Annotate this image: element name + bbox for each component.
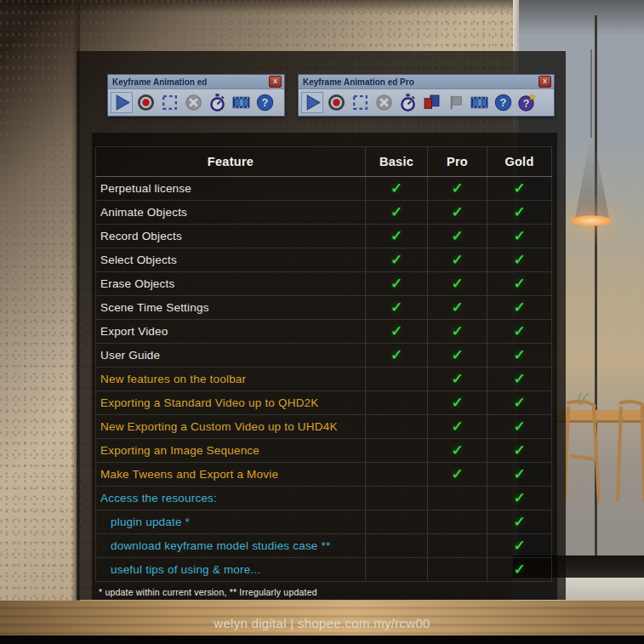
pro-cell: ✓ bbox=[428, 248, 487, 271]
select-region-icon[interactable] bbox=[349, 92, 371, 113]
pro-cell: ✓ bbox=[428, 415, 487, 438]
gold-cell: ✓ bbox=[487, 296, 552, 319]
help-icon[interactable]: ? bbox=[254, 92, 276, 113]
title-bar[interactable]: Keyframe Animation ed Pro x bbox=[299, 75, 554, 89]
basic-cell bbox=[366, 391, 428, 414]
check-icon: ✓ bbox=[390, 205, 402, 219]
table-row: Select Objects✓✓✓ bbox=[95, 248, 552, 272]
basic-cell bbox=[366, 558, 428, 581]
film-icon[interactable] bbox=[468, 92, 490, 113]
pro-cell: ✓ bbox=[428, 463, 487, 486]
check-icon: ✓ bbox=[513, 276, 525, 291]
check-icon: ✓ bbox=[390, 348, 402, 362]
record-icon[interactable] bbox=[325, 92, 347, 113]
gold-cell: ✓ bbox=[487, 225, 552, 248]
check-icon: ✓ bbox=[513, 372, 525, 386]
check-icon: ✓ bbox=[451, 348, 463, 362]
gold-cell: ✓ bbox=[487, 463, 552, 486]
pro-cell: ✓ bbox=[428, 272, 487, 295]
window-title: Keyframe Animation ed bbox=[112, 77, 207, 87]
record-icon[interactable] bbox=[134, 92, 157, 113]
basic-cell bbox=[366, 415, 428, 438]
check-icon: ✓ bbox=[451, 300, 463, 315]
check-icon: ✓ bbox=[451, 372, 463, 386]
check-icon: ✓ bbox=[390, 276, 402, 291]
help-plus-icon[interactable]: ? bbox=[516, 92, 538, 113]
check-icon: ✓ bbox=[513, 419, 525, 434]
check-icon: ✓ bbox=[513, 300, 525, 315]
check-icon: ✓ bbox=[451, 229, 463, 243]
flag-icon[interactable] bbox=[444, 92, 466, 113]
check-icon: ✓ bbox=[513, 443, 525, 458]
check-icon: ✓ bbox=[451, 324, 463, 339]
basic-cell bbox=[366, 510, 428, 533]
check-icon: ✓ bbox=[513, 515, 525, 529]
play-icon[interactable] bbox=[111, 92, 133, 113]
title-bar[interactable]: Keyframe Animation ed x bbox=[108, 75, 284, 89]
table-row: Make Tweens and Export a Movie✓✓ bbox=[95, 463, 552, 487]
table-row: New features on the toolbar✓✓ bbox=[95, 368, 552, 391]
basic-cell: ✓ bbox=[366, 225, 428, 248]
bottom-black-bar bbox=[0, 635, 644, 644]
window-title: Keyframe Animation ed Pro bbox=[303, 77, 414, 87]
pro-cell: ✓ bbox=[428, 201, 487, 224]
check-icon: ✓ bbox=[513, 229, 525, 243]
gold-cell: ✓ bbox=[487, 510, 552, 533]
tween-flags-icon[interactable] bbox=[420, 92, 442, 113]
dark-overlay-panel: Keyframe Animation ed x ? Keyframe Anima… bbox=[77, 51, 566, 600]
pro-cell: ✓ bbox=[428, 296, 487, 319]
close-button[interactable]: x bbox=[269, 76, 282, 88]
table-row: Exporting a Standard Video up to QHD2K✓✓ bbox=[95, 391, 552, 415]
timer-icon[interactable] bbox=[206, 92, 228, 113]
check-icon: ✓ bbox=[451, 467, 463, 482]
pro-cell: ✓ bbox=[428, 391, 487, 414]
gold-cell: ✓ bbox=[487, 344, 552, 367]
feature-label: plugin update * bbox=[95, 510, 366, 533]
select-region-icon[interactable] bbox=[158, 92, 180, 113]
feature-label: download keyframe model studies case ** bbox=[95, 534, 366, 557]
film-icon[interactable] bbox=[230, 92, 252, 113]
table-row: Perpetual license✓✓✓ bbox=[95, 177, 552, 201]
seller-caption: welyn digital | shopee.com.my/rcw00 bbox=[0, 616, 644, 630]
svg-text:?: ? bbox=[261, 96, 268, 109]
pro-cell: ✓ bbox=[428, 225, 487, 248]
table-row: Scene Time Settings✓✓✓ bbox=[95, 296, 552, 320]
feature-label: Exporting a Standard Video up to QHD2K bbox=[95, 391, 366, 414]
table-row: Animate Objects✓✓✓ bbox=[95, 201, 552, 225]
header-feature: Feature bbox=[95, 147, 366, 176]
basic-cell: ✓ bbox=[366, 344, 428, 367]
timer-icon[interactable] bbox=[396, 92, 419, 113]
cancel-icon[interactable] bbox=[182, 92, 204, 113]
feature-comparison-table: Feature Basic Pro Gold Perpetual license… bbox=[95, 146, 552, 597]
cancel-icon[interactable] bbox=[373, 92, 395, 113]
help-icon[interactable]: ? bbox=[492, 92, 514, 113]
pro-cell: ✓ bbox=[428, 177, 487, 200]
gold-cell: ✓ bbox=[487, 415, 552, 438]
feature-label: Access the resources: bbox=[95, 487, 366, 510]
gold-cell: ✓ bbox=[487, 534, 552, 557]
table-row: download keyframe model studies case **✓ bbox=[95, 534, 552, 558]
gold-cell: ✓ bbox=[487, 272, 552, 295]
check-icon: ✓ bbox=[451, 276, 463, 291]
table-header-row: Feature Basic Pro Gold bbox=[95, 146, 552, 177]
table-row: Exporting an Image Sequence✓✓ bbox=[95, 439, 552, 463]
table-row: Access the resources:✓ bbox=[95, 487, 552, 510]
feature-label: useful tips of using & more... bbox=[95, 558, 366, 581]
basic-cell bbox=[366, 439, 428, 462]
check-icon: ✓ bbox=[451, 443, 463, 458]
play-icon[interactable] bbox=[301, 92, 323, 113]
pendant-lamp-glow bbox=[571, 215, 612, 226]
check-icon: ✓ bbox=[513, 396, 525, 410]
basic-cell bbox=[366, 487, 428, 510]
feature-label: Scene Time Settings bbox=[95, 296, 366, 319]
close-button[interactable]: x bbox=[539, 76, 551, 88]
table-row: plugin update *✓ bbox=[95, 510, 552, 534]
check-icon: ✓ bbox=[451, 181, 463, 196]
promo-image: Keyframe Animation ed x ? Keyframe Anima… bbox=[0, 0, 644, 644]
feature-label: New features on the toolbar bbox=[95, 368, 366, 390]
check-icon: ✓ bbox=[451, 419, 463, 434]
check-icon: ✓ bbox=[390, 229, 402, 243]
check-icon: ✓ bbox=[513, 467, 525, 482]
toolbar-window-ed-pro: Keyframe Animation ed Pro x ?? bbox=[298, 74, 555, 117]
pro-cell bbox=[428, 487, 487, 510]
